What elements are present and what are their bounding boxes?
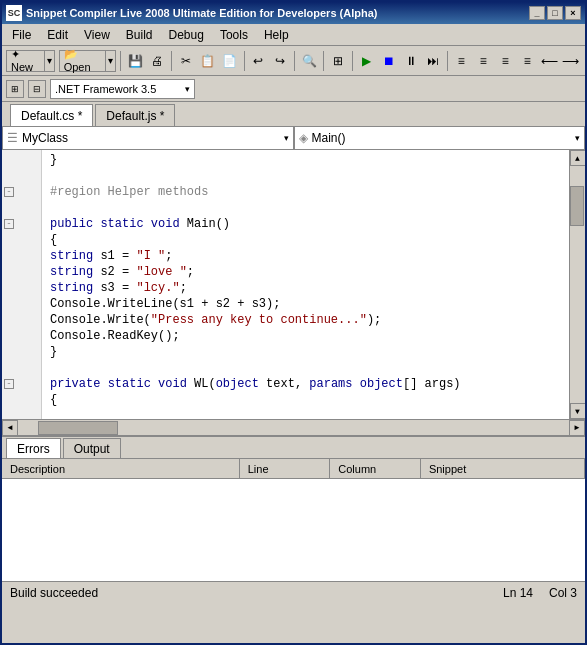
menu-edit[interactable]: Edit — [39, 24, 76, 45]
menu-debug[interactable]: Debug — [161, 24, 212, 45]
save-button[interactable]: 💾 — [125, 50, 145, 72]
menu-tools[interactable]: Tools — [212, 24, 256, 45]
gutter-line — [2, 344, 41, 360]
gutter-line: - — [2, 376, 41, 392]
menubar: File Edit View Build Debug Tools Help — [2, 24, 585, 46]
class-dropdown-arrow[interactable]: ▾ — [284, 133, 289, 143]
menu-help[interactable]: Help — [256, 24, 297, 45]
col-description: Description — [2, 459, 240, 478]
gutter-line — [2, 280, 41, 296]
align-left-button[interactable]: ≡ — [495, 50, 515, 72]
undo-button[interactable]: ↩ — [248, 50, 268, 72]
tab-errors[interactable]: Errors — [6, 438, 61, 458]
col-snippet: Snippet — [421, 459, 585, 478]
separator-4 — [294, 51, 295, 71]
tab-default-cs[interactable]: Default.cs * — [10, 104, 93, 126]
tab-default-js[interactable]: Default.js * — [95, 104, 175, 126]
move-right-button[interactable]: ⟶ — [561, 50, 581, 72]
new-dropdown[interactable]: ✦ New ▾ — [6, 50, 55, 72]
scroll-up-button[interactable]: ▲ — [570, 150, 586, 166]
tab-output[interactable]: Output — [63, 438, 121, 458]
gutter-line — [2, 328, 41, 344]
scroll-down-button[interactable]: ▼ — [570, 403, 586, 419]
menu-view[interactable]: View — [76, 24, 118, 45]
gutter-line — [2, 168, 41, 184]
horizontal-scrollbar[interactable]: ◄ ► — [2, 419, 585, 435]
framework-dropdown[interactable]: .NET Framework 3.5 ▾ — [50, 79, 195, 99]
bottom-panel: Errors Output Description Line Column Sn… — [2, 436, 585, 581]
framework-icon-2[interactable]: ⊟ — [28, 80, 46, 98]
paste-button[interactable]: 📄 — [220, 50, 240, 72]
framework-icon-1[interactable]: ⊞ — [6, 80, 24, 98]
code-line-15: private static void WL(object text, para… — [42, 376, 569, 392]
scroll-h-thumb[interactable] — [38, 421, 118, 435]
status-message: Build succeeded — [10, 586, 98, 600]
indent-less-button[interactable]: ≡ — [473, 50, 493, 72]
errors-body — [2, 479, 585, 581]
align-right-button[interactable]: ≡ — [517, 50, 537, 72]
cut-button[interactable]: ✂ — [176, 50, 196, 72]
class-icon: ☰ — [7, 131, 18, 145]
window-title: Snippet Compiler Live 2008 Ultimate Edit… — [26, 7, 377, 19]
stop-button[interactable]: ⏹ — [379, 50, 399, 72]
window-controls: _ □ × — [529, 6, 581, 20]
code-line-14 — [42, 360, 569, 376]
open-dropdown[interactable]: 📂 Open ▾ — [59, 50, 117, 72]
new-arrow[interactable]: ▾ — [44, 51, 54, 71]
code-text[interactable]: } #region Helper methods public static v… — [42, 150, 569, 419]
find-button[interactable]: 🔍 — [299, 50, 319, 72]
scroll-left-button[interactable]: ◄ — [2, 420, 18, 436]
menu-file[interactable]: File — [4, 24, 39, 45]
framework-arrow[interactable]: ▾ — [185, 84, 190, 94]
code-line-11: Console.Write("Press any key to continue… — [42, 312, 569, 328]
run-button[interactable]: ▶ — [357, 50, 377, 72]
gutter-line — [2, 248, 41, 264]
scroll-track[interactable] — [570, 166, 585, 403]
gutter-line: - — [2, 184, 41, 200]
vertical-scrollbar[interactable]: ▲ ▼ — [569, 150, 585, 419]
collapse-wl-icon[interactable]: - — [4, 379, 14, 389]
framework-bar: ⊞ ⊟ .NET Framework 3.5 ▾ — [2, 76, 585, 102]
panel-tabs: Errors Output — [2, 437, 585, 459]
col-line: Line — [240, 459, 331, 478]
class-method-bar: ☰ MyClass ▾ ◈ Main() ▾ — [2, 126, 585, 150]
pause-button[interactable]: ⏸ — [401, 50, 421, 72]
method-selector[interactable]: ◈ Main() ▾ — [294, 126, 586, 150]
minimize-button[interactable]: _ — [529, 6, 545, 20]
step-button[interactable]: ⏭ — [423, 50, 443, 72]
print-button[interactable]: 🖨 — [147, 50, 167, 72]
maximize-button[interactable]: □ — [547, 6, 563, 20]
app-window: SC Snippet Compiler Live 2008 Ultimate E… — [0, 0, 587, 645]
statusbar-right: Ln 14 Col 3 — [503, 586, 577, 600]
code-line-8: string s2 = "love "; — [42, 264, 569, 280]
view-toggle-button[interactable]: ⊞ — [328, 50, 348, 72]
statusbar: Build succeeded Ln 14 Col 3 — [2, 581, 585, 603]
collapse-main-icon[interactable]: - — [4, 219, 14, 229]
code-line-1: } — [42, 152, 569, 168]
scroll-h-track[interactable] — [18, 420, 569, 435]
separator-3 — [244, 51, 245, 71]
code-line-7: string s1 = "I "; — [42, 248, 569, 264]
code-line-6: { — [42, 232, 569, 248]
separator-7 — [447, 51, 448, 71]
class-selector[interactable]: ☰ MyClass ▾ — [2, 126, 294, 150]
method-dropdown-arrow[interactable]: ▾ — [575, 133, 580, 143]
open-label: 📂 Open — [60, 48, 106, 73]
status-line: Ln 14 — [503, 586, 533, 600]
code-line-10: Console.WriteLine(s1 + s2 + s3); — [42, 296, 569, 312]
menu-build[interactable]: Build — [118, 24, 161, 45]
scroll-right-button[interactable]: ► — [569, 420, 585, 436]
move-left-button[interactable]: ⟵ — [539, 50, 559, 72]
scroll-thumb[interactable] — [570, 186, 584, 226]
close-button[interactable]: × — [565, 6, 581, 20]
toolbar: ✦ New ▾ 📂 Open ▾ 💾 🖨 ✂ 📋 📄 ↩ ↪ 🔍 ⊞ ▶ ⏹ ⏸… — [2, 46, 585, 76]
indent-more-button[interactable]: ≡ — [451, 50, 471, 72]
code-line-13: } — [42, 344, 569, 360]
errors-header: Description Line Column Snippet — [2, 459, 585, 479]
redo-button[interactable]: ↪ — [270, 50, 290, 72]
copy-button[interactable]: 📋 — [198, 50, 218, 72]
open-arrow[interactable]: ▾ — [105, 51, 115, 71]
collapse-region-icon[interactable]: - — [4, 187, 14, 197]
gutter-line — [2, 312, 41, 328]
code-editor[interactable]: - - - — [2, 150, 585, 419]
